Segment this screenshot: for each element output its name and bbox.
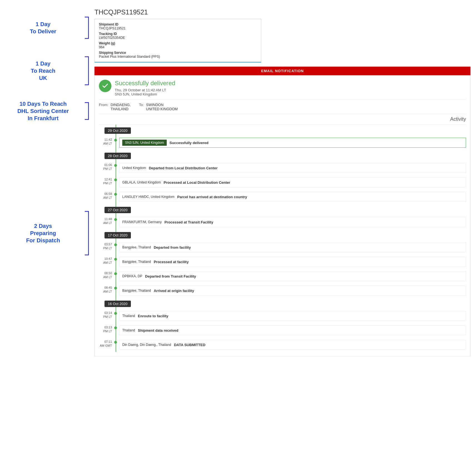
timeline-event: 03:14PM LT Thailand Enroute to facility <box>99 309 466 323</box>
delivery-status: Successfully delivered Thu, 29 October a… <box>99 80 466 96</box>
event-time: 08:45AM LT <box>99 286 114 294</box>
event-activity: DATA SUBMITTED <box>174 343 205 347</box>
event-activity: Processed at Transit Facility <box>165 220 213 224</box>
to-item: To: SWINDON UNITED KINGDOM <box>139 103 178 111</box>
date-header-27oct: 27 Oct 2020 <box>104 207 131 213</box>
event-activity: Departed from Local Distribution Center <box>149 166 218 170</box>
weight-label: Weight (g) <box>99 41 257 45</box>
shipping-service-label: Shipping Service <box>99 51 257 55</box>
shipment-title: THCQJPS119521 <box>94 8 470 16</box>
event-time: 03:57PM LT <box>99 242 114 250</box>
from-item: From: DINDAENG, THAILAND <box>99 103 131 111</box>
event-location: FRANKFURT/M, Germany <box>122 220 162 224</box>
event-activity: Arrived at origin facility <box>154 289 194 293</box>
date-header-28oct: 28 Oct 2020 <box>104 153 131 159</box>
weight-value: 964 <box>99 45 257 49</box>
right-panel: THCQJPS119521 Shipment ID THCQJPS119521 … <box>94 8 470 356</box>
to-country: UNITED KINGDOM <box>146 107 178 111</box>
timeline-event: 11:48AM LT FRANKFURT/M, Germany Processe… <box>99 215 466 229</box>
event-dot <box>114 164 117 167</box>
event-location: Din Daeng, Din Daeng,, Thailand <box>122 343 171 347</box>
timeline-event: 06:58AM LT LANGLEY HWDC, United Kingdom … <box>99 190 466 204</box>
from-label: From: <box>99 103 108 111</box>
event-dot <box>114 272 117 275</box>
event-dot <box>114 218 117 221</box>
event-location: GBLALA, United Kingdom <box>122 180 161 184</box>
delivery-location: SN3 5JN, United Kingdom <box>115 92 175 96</box>
to-value: SWINDON UNITED KINGDOM <box>146 103 178 111</box>
segment-10-days-frankfurt: 10 Days To ReachDHL Sorting CenterIn Fra… <box>6 94 89 128</box>
event-dot <box>114 326 117 329</box>
event-time: 07:11AM GMT <box>99 340 114 348</box>
tracking-id-label: Tracking ID <box>99 32 257 36</box>
delivery-status-text: Successfully delivered <box>115 80 175 87</box>
event-dot <box>114 312 117 315</box>
event-time: 01:06PM LT <box>99 163 114 171</box>
event-time: 03:13PM LT <box>99 325 114 333</box>
event-location: Bangplee, Thailand <box>122 289 151 293</box>
event-content: FRANKFURT/M, Germany Processed at Transi… <box>119 217 466 227</box>
event-time: 12:41PM LT <box>99 177 114 185</box>
timeline-event: 03:57PM LT Bangplee, Thailand Departed f… <box>99 240 466 255</box>
segment-2-days-dispatch: 2 DaysPreparingFor Dispatch <box>6 200 89 266</box>
segment-1-label: 1 DayTo Deliver <box>6 21 81 35</box>
email-notification-bar: EMAIL NOTIFICATION <box>94 67 470 75</box>
left-panel: 1 DayTo Deliver 1 DayTo ReachUK 10 Days … <box>6 8 94 356</box>
event-content: Din Daeng, Din Daeng,, Thailand DATA SUB… <box>119 340 466 350</box>
check-circle-icon <box>99 80 111 92</box>
event-content: Bangplee, Thailand Arrived at origin fac… <box>119 286 466 296</box>
to-label: To: <box>139 103 144 111</box>
event-time: 08:50AM LT <box>99 271 114 279</box>
timeline-event: 12:41PM LT GBLALA, United Kingdom Proces… <box>99 175 466 190</box>
event-time: 11:48AM LT <box>99 217 114 225</box>
event-time: 10:47AM LT <box>99 257 114 265</box>
event-content: LANGLEY HWDC, United Kingdom Parcel has … <box>119 192 466 202</box>
activity-header: Activity <box>99 114 466 125</box>
timeline-event: 08:50AM LT DPBKKA, DP Departed from Tran… <box>99 269 466 283</box>
from-to-row: From: DINDAENG, THAILAND To: SWINDON UNI… <box>99 100 466 114</box>
event-dot <box>114 178 117 181</box>
event-content: Thailand Shipment data received <box>119 325 466 335</box>
event-location: DPBKKA, DP <box>122 274 142 278</box>
event-activity: Processed at facility <box>154 260 189 264</box>
segment-1-day-uk: 1 DayTo ReachUK <box>6 47 89 94</box>
segment-1-day-deliver: 1 DayTo Deliver <box>6 8 89 47</box>
from-country: THAILAND <box>111 107 131 111</box>
event-dot <box>114 258 117 261</box>
shipment-id-label: Shipment ID <box>99 22 257 26</box>
shipment-id-value: THCQJPS119521 <box>99 26 257 30</box>
event-activity: Processed at Local Distribution Center <box>164 180 230 185</box>
event-content: GBLALA, United Kingdom Processed at Loca… <box>119 177 466 187</box>
event-activity: Departed from Transit Facility <box>145 274 196 278</box>
event-dot <box>114 193 117 196</box>
segment-1-day-uk-label: 1 DayTo ReachUK <box>6 60 81 82</box>
delivery-date: Thu, 29 October at 11:42 AM LT <box>115 88 175 92</box>
event-content-delivered: SN3 5JN, United Kingdom Successfully del… <box>119 138 466 148</box>
timeline-event: 07:11AM GMT Din Daeng, Din Daeng,, Thail… <box>99 338 466 352</box>
event-activity: Successfully delivered <box>170 141 208 145</box>
segment-2-days-dispatch-label: 2 DaysPreparingFor Dispatch <box>6 222 81 244</box>
event-dot <box>114 139 117 142</box>
segment-10-days-frankfurt-label: 10 Days To ReachDHL Sorting CenterIn Fra… <box>6 100 81 122</box>
delivery-section: Successfully delivered Thu, 29 October a… <box>94 75 470 356</box>
event-location: Thailand <box>122 328 135 332</box>
event-location: Bangplee, Thailand <box>122 245 151 249</box>
from-city: DINDAENG, <box>111 103 131 107</box>
event-time: 03:14PM LT <box>99 311 114 319</box>
event-content: DPBKKA, DP Departed from Transit Facilit… <box>119 271 466 281</box>
from-value: DINDAENG, THAILAND <box>111 103 131 111</box>
tracking-id-value: LW507025354DE <box>99 36 257 40</box>
delivery-text: Successfully delivered Thu, 29 October a… <box>115 80 175 96</box>
timeline-event: 01:06PM LT United Kingdom Departed from … <box>99 161 466 175</box>
shipping-service-value: Packet Plus International Standard (PPS) <box>99 55 257 59</box>
timeline-event: 08:45AM LT Bangplee, Thailand Arrived at… <box>99 283 466 298</box>
event-location: Bangplee, Thailand <box>122 260 151 264</box>
timeline-event: 10:47AM LT Bangplee, Thailand Processed … <box>99 255 466 269</box>
timeline-event: 11:42AM LT SN3 5JN, United Kingdom Succe… <box>99 135 466 150</box>
event-dot <box>114 243 117 246</box>
event-activity: Parcel has arrived at destination countr… <box>177 195 247 199</box>
event-content: United Kingdom Departed from Local Distr… <box>119 163 466 173</box>
date-header-17oct: 17 Oct 2020 <box>104 232 131 238</box>
event-time: 06:58AM LT <box>99 192 114 200</box>
timeline: 29 Oct 2020 11:42AM LT SN3 5JN, United K… <box>99 125 466 352</box>
